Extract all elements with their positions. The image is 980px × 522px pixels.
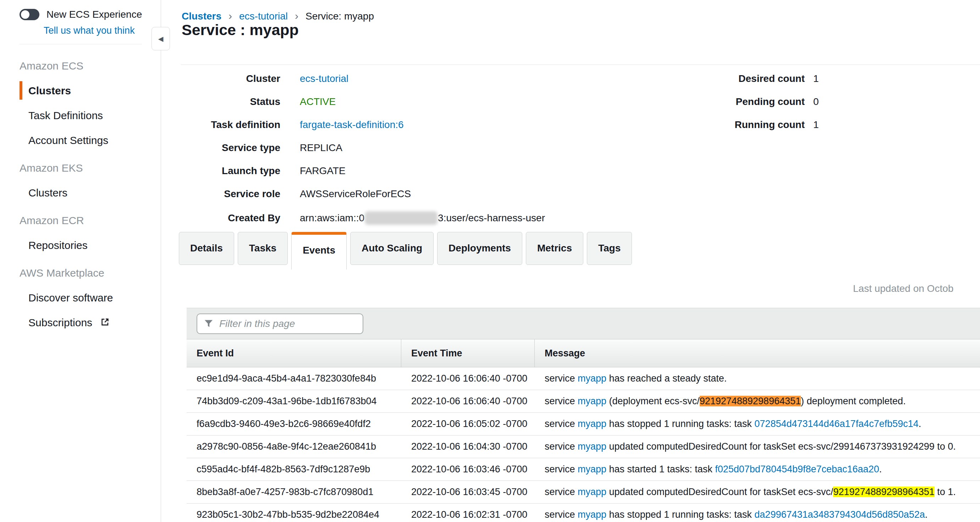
- tab-tags[interactable]: Tags: [587, 232, 632, 265]
- redacted-account-id: [365, 211, 438, 225]
- collapse-sidebar-icon: ◀: [158, 35, 164, 43]
- sidebar-item-repositories[interactable]: Repositories: [19, 240, 161, 251]
- event-time-cell: 2022-10-06 16:05:02 -0700: [401, 419, 535, 430]
- sidebar-item-subscriptions[interactable]: Subscriptions: [19, 317, 161, 329]
- message-link[interactable]: myapp: [578, 509, 606, 520]
- tab-deployments[interactable]: Deployments: [437, 232, 522, 265]
- detail-field-label: Service type: [161, 142, 280, 154]
- event-id-cell: 74bb3d09-c209-43a1-96be-1db1f6783b04: [187, 396, 401, 407]
- breadcrumb-item-clusters[interactable]: Clusters: [182, 11, 221, 22]
- message-text: updated computedDesiredCount for taskSet…: [606, 441, 956, 452]
- sidebar-section-header-amazon-ecs: Amazon ECS: [19, 60, 161, 72]
- message-text: .: [925, 509, 928, 520]
- event-message-cell: service myapp has stopped 1 running task…: [535, 419, 980, 430]
- event-id-cell: 8beb3a8f-a0e7-4257-983b-c7fc870980d1: [187, 487, 401, 498]
- message-link[interactable]: da29967431a3483794304d56d850a52a: [754, 509, 925, 520]
- service-details-fields: Clusterecs-tutorialStatusACTIVETask defi…: [161, 73, 545, 235]
- new-experience-toggle-row: New ECS Experience: [0, 0, 161, 20]
- message-link[interactable]: myapp: [578, 396, 606, 406]
- message-text: to 1.: [935, 487, 956, 497]
- count-field-pending-count: Pending count0: [693, 96, 819, 109]
- event-time-cell: 2022-10-06 16:03:46 -0700: [401, 464, 535, 475]
- tab-details[interactable]: Details: [179, 232, 234, 265]
- feedback-link[interactable]: Tell us what you think: [44, 25, 161, 36]
- detail-field-created-by: Created Byarn:aws:iam::03:user/ecs-harne…: [161, 211, 545, 224]
- detail-value-link[interactable]: fargate-task-definition:6: [300, 119, 404, 130]
- event-time-cell: 2022-10-06 16:03:45 -0700: [401, 487, 535, 498]
- find-highlight-orange: 9219274889298964351: [700, 396, 801, 406]
- sidebar-item-clusters[interactable]: Clusters: [19, 85, 161, 97]
- detail-field-label: Status: [161, 96, 280, 108]
- sidebar-section-header-amazon-ecr: Amazon ECR: [19, 214, 161, 227]
- count-label: Pending count: [693, 96, 805, 108]
- filter-funnel-icon: [204, 319, 213, 329]
- breadcrumb: Clusters›ecs-tutorial›Service: myapp: [182, 10, 374, 22]
- toggle-knob-icon: [21, 10, 29, 19]
- message-link[interactable]: myapp: [578, 419, 606, 429]
- event-message-cell: service myapp (deployment ecs-svc/921927…: [535, 396, 980, 407]
- page-title: Service : myapp: [182, 21, 299, 39]
- table-row: 923b05c1-30b2-47bb-b535-9d2be22084e42022…: [187, 503, 980, 522]
- event-message-cell: service myapp updated computedDesiredCou…: [535, 487, 980, 498]
- message-link[interactable]: myapp: [578, 464, 606, 474]
- detail-field-value: fargate-task-definition:6: [300, 119, 404, 130]
- collapse-sidebar-button[interactable]: ◀: [151, 27, 170, 50]
- detail-field-task-definition: Task definitionfargate-task-definition:6: [161, 119, 545, 132]
- count-value: 0: [813, 96, 819, 108]
- tab-bar: DetailsTasksEventsAuto ScalingDeployment…: [179, 232, 632, 270]
- ecs-console-screen: New ECS Experience Tell us what you thin…: [0, 0, 980, 522]
- new-experience-toggle[interactable]: [19, 9, 40, 20]
- message-text: has stopped 1 running tasks: task: [606, 419, 754, 429]
- breadcrumb-separator-icon: ›: [295, 10, 298, 22]
- message-text: service: [545, 487, 578, 497]
- message-link[interactable]: myapp: [578, 487, 606, 497]
- detail-field-label: Cluster: [161, 73, 280, 84]
- detail-field-value: ACTIVE: [300, 96, 336, 108]
- created-by-suffix: 3:user/ecs-harness-user: [438, 213, 545, 224]
- sidebar-item-discover-software[interactable]: Discover software: [19, 292, 161, 304]
- detail-field-status: StatusACTIVE: [161, 96, 545, 109]
- sidebar-divider: [19, 44, 142, 44]
- detail-field-value: arn:aws:iam::03:user/ecs-harness-user: [300, 211, 545, 225]
- message-text: has started 1 tasks: task: [606, 464, 715, 474]
- detail-field-value: ecs-tutorial: [300, 73, 348, 84]
- event-id-cell: 923b05c1-30b2-47bb-b535-9d2be22084e4: [187, 509, 401, 520]
- breadcrumb-item-ecs-tutorial[interactable]: ecs-tutorial: [239, 11, 288, 22]
- message-link[interactable]: myapp: [578, 441, 606, 452]
- message-text: service: [545, 509, 578, 520]
- tab-auto-scaling[interactable]: Auto Scaling: [350, 232, 434, 265]
- status-badge: ACTIVE: [300, 96, 336, 107]
- external-link-icon: [100, 317, 110, 327]
- event-id-cell: c595ad4c-bf4f-482b-8563-7df9c1287e9b: [187, 464, 401, 475]
- message-text: service: [545, 373, 578, 384]
- tab-tasks[interactable]: Tasks: [238, 232, 288, 265]
- table-row: 8beb3a8f-a0e7-4257-983b-c7fc870980d12022…: [187, 481, 980, 503]
- detail-value-link[interactable]: ecs-tutorial: [300, 73, 348, 84]
- table-row: 74bb3d09-c209-43a1-96be-1db1f6783b042022…: [187, 390, 980, 413]
- event-message-cell: service myapp has stopped 1 running task…: [535, 509, 980, 520]
- detail-field-label: Service role: [161, 188, 280, 200]
- tab-metrics[interactable]: Metrics: [526, 232, 583, 265]
- sidebar-item-account-settings[interactable]: Account Settings: [19, 135, 161, 146]
- detail-field-value: FARGATE: [300, 165, 345, 177]
- events-filter-band: [187, 308, 980, 339]
- table-row: a2978c90-0856-4a8e-9f4c-12eae260841b2022…: [187, 435, 980, 458]
- message-text: .: [919, 419, 921, 429]
- sidebar-section-header-amazon-eks: Amazon EKS: [19, 162, 161, 174]
- count-label: Desired count: [693, 73, 805, 84]
- event-message-cell: service myapp has reached a steady state…: [535, 373, 980, 384]
- find-highlight-yellow: 9219274889298964351: [833, 487, 934, 497]
- breadcrumb-item-service-myapp: Service: myapp: [305, 11, 374, 22]
- event-id-cell: ec9e1d94-9aca-45b4-a4a1-7823030fe84b: [187, 373, 401, 384]
- message-text: .: [879, 464, 882, 474]
- sidebar-item-clusters[interactable]: Clusters: [19, 187, 161, 199]
- new-experience-toggle-label: New ECS Experience: [46, 9, 142, 20]
- tab-events[interactable]: Events: [291, 232, 347, 270]
- event-message-cell: service myapp has started 1 tasks: task …: [535, 464, 980, 475]
- message-link[interactable]: 072854d473144d46a17fa4c7efb59c14: [754, 419, 918, 429]
- sidebar-item-task-definitions[interactable]: Task Definitions: [19, 109, 161, 122]
- message-text: has stopped 1 running tasks: task: [606, 509, 754, 520]
- message-link[interactable]: myapp: [578, 373, 606, 384]
- filter-input[interactable]: [197, 314, 363, 334]
- message-link[interactable]: f025d07bd780454b9f8e7cebac16aa20: [715, 464, 879, 474]
